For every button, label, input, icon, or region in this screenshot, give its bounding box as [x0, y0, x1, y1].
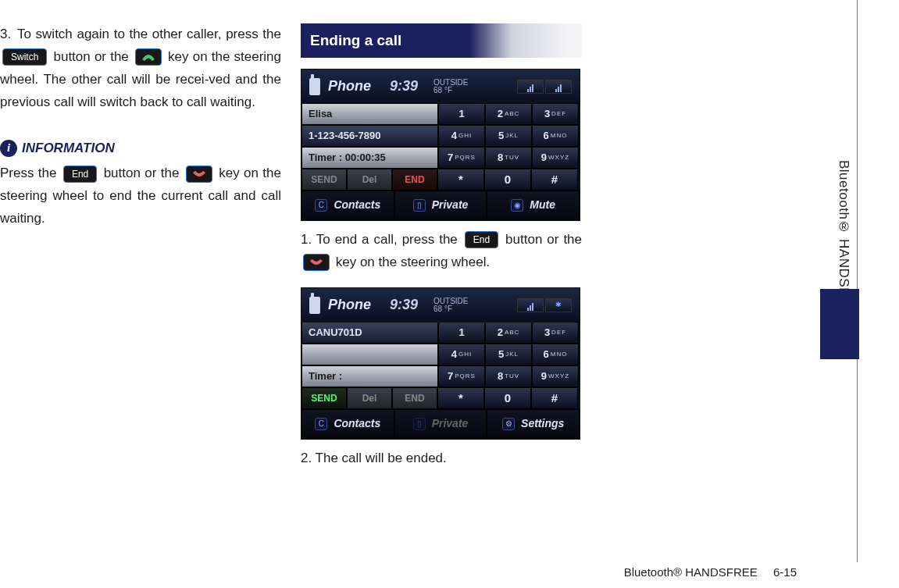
tab-settings[interactable]: ⚙Settings	[487, 409, 580, 439]
end-button[interactable]: End	[465, 231, 498, 248]
send-button[interactable]: SEND	[301, 387, 347, 409]
phone-keypad-area: Elisa 1 2ABC 3DEF 1-123-456-7890 4GHI 5J…	[301, 103, 580, 169]
keypad-3[interactable]: 3DEF	[532, 322, 579, 344]
tab-contacts[interactable]: CContacts	[301, 191, 394, 220]
tab-mute[interactable]: ◉Mute	[487, 191, 580, 220]
information-title: INFORMATION	[22, 137, 115, 160]
tab-contacts[interactable]: CContacts	[301, 409, 394, 439]
tab-private[interactable]: ▯Private	[394, 191, 487, 220]
call-timer-empty: Timer :	[301, 365, 438, 387]
keypad-7[interactable]: 7PQRS	[438, 147, 485, 169]
keypad-8[interactable]: 8TUV	[485, 147, 532, 169]
keypad-star[interactable]: *	[437, 387, 484, 409]
phone-icon	[309, 297, 320, 314]
caller-number: 1-123-456-7890	[301, 125, 438, 147]
keypad-star[interactable]: *	[437, 169, 484, 191]
keypad-4[interactable]: 4GHI	[438, 125, 485, 147]
side-tab-border	[857, 0, 858, 562]
keypad-1[interactable]: 1	[438, 322, 485, 344]
phone-temp: OUTSIDE 68 °F	[433, 298, 468, 313]
signal-icon	[517, 80, 544, 94]
phone-titlebar: Phone 9:39 OUTSIDE 68 °F ✱	[301, 288, 580, 322]
keypad-1[interactable]: 1	[438, 103, 485, 125]
hangup-key-icon[interactable]	[186, 166, 212, 183]
send-button[interactable]: SEND	[301, 169, 347, 191]
signal-icons: ✱	[517, 298, 572, 312]
step-number: 1.	[301, 232, 312, 247]
contacts-icon: C	[315, 199, 327, 212]
keypad-7[interactable]: 7PQRS	[438, 365, 485, 387]
call-key-icon[interactable]	[135, 48, 162, 66]
keypad-5[interactable]: 5JKL	[485, 125, 532, 147]
signal-icon	[545, 80, 572, 94]
information-body: Press the End button or the key on the s…	[0, 162, 281, 230]
phone-time: 9:39	[390, 74, 418, 98]
end-button[interactable]: End	[63, 166, 97, 183]
footer-section: Bluetooth® HANDSFREE	[624, 565, 758, 579]
phone-titlebar: Phone 9:39 OUTSIDE 68 °F	[301, 69, 580, 103]
step1-text-a: To end a call, press the	[316, 232, 462, 247]
number-field	[301, 344, 438, 365]
private-icon: ▯	[413, 199, 426, 212]
keypad-6[interactable]: 6MNO	[532, 344, 579, 365]
caller-name: Elisa	[301, 103, 438, 125]
keypad-4[interactable]: 4GHI	[438, 344, 485, 365]
signal-icon	[517, 298, 544, 312]
keypad-2[interactable]: 2ABC	[485, 103, 532, 125]
phone-screenshot-idle: Phone 9:39 OUTSIDE 68 °F ✱	[301, 287, 580, 439]
keypad-0[interactable]: 0	[484, 387, 531, 409]
phone-time: 9:39	[390, 293, 418, 317]
tab-private-disabled: ▯Private	[394, 409, 487, 439]
phone-action-row: SEND Del END * 0 #	[301, 169, 580, 191]
info-text-b: button or the	[99, 166, 184, 180]
keypad-6[interactable]: 6MNO	[532, 125, 579, 147]
keypad-9[interactable]: 9WXYZ	[532, 365, 579, 387]
end-button[interactable]: END	[392, 169, 437, 191]
phone-keypad-area: CANU701D 1 2ABC 3DEF 4GHI 5JKL 6MNO Time…	[301, 322, 580, 387]
call-timer: Timer : 00:00:35	[301, 147, 438, 169]
switch-button[interactable]: Switch	[2, 48, 47, 66]
signal-icons	[517, 80, 572, 94]
hangup-key-icon[interactable]	[303, 254, 330, 271]
phone-action-row: SEND Del END * 0 #	[301, 387, 580, 409]
section-header: Ending a call	[301, 23, 582, 58]
keypad-0[interactable]: 0	[484, 169, 531, 191]
step-1: 1. To end a call, press the End button o…	[301, 229, 582, 274]
del-button[interactable]: Del	[347, 387, 392, 409]
footer-page-number: 6-15	[773, 565, 797, 579]
bt-icon: ✱	[545, 298, 572, 312]
phone-title: Phone	[328, 74, 371, 98]
keypad-2[interactable]: 2ABC	[485, 322, 532, 344]
phone-bottom-tabs: CContacts ▯Private ⚙Settings	[301, 409, 580, 439]
device-name: CANU701D	[301, 322, 438, 344]
step1-text-c: key on the steering wheel.	[332, 255, 490, 269]
keypad-3[interactable]: 3DEF	[532, 103, 579, 125]
step-number: 3.	[0, 23, 17, 46]
info-icon: i	[0, 140, 17, 157]
phone-screenshot-active-call: Phone 9:39 OUTSIDE 68 °F	[301, 69, 580, 220]
gear-icon: ⚙	[502, 418, 515, 430]
step-3: 3.To switch again to the other caller, p…	[0, 23, 281, 114]
info-text-a: Press the	[0, 166, 61, 180]
step3-text-b: button or the	[49, 49, 133, 64]
keypad-hash[interactable]: #	[531, 387, 578, 409]
del-button[interactable]: Del	[347, 169, 392, 191]
column-left: 3.To switch again to the other caller, p…	[0, 23, 281, 470]
private-icon: ▯	[413, 418, 426, 430]
step1-text-b: button or the	[501, 232, 582, 247]
step-2: 2. The call will be ended.	[301, 447, 582, 470]
side-tab-current-block	[820, 289, 859, 359]
phone-icon	[309, 78, 320, 95]
keypad-5[interactable]: 5JKL	[485, 344, 532, 365]
phone-bottom-tabs: CContacts ▯Private ◉Mute	[301, 191, 580, 220]
page-footer: Bluetooth® HANDSFREE 6-15	[624, 565, 797, 579]
keypad-hash[interactable]: #	[531, 169, 578, 191]
keypad-8[interactable]: 8TUV	[485, 365, 532, 387]
mute-icon: ◉	[511, 199, 523, 212]
phone-title: Phone	[328, 293, 371, 317]
end-button[interactable]: END	[392, 387, 437, 409]
step3-text-a: To switch again to the other caller, pre…	[17, 27, 281, 41]
information-header: i INFORMATION	[0, 137, 281, 160]
keypad-9[interactable]: 9WXYZ	[532, 147, 579, 169]
column-right: Ending a call Phone 9:39 OUTSIDE 68 °F	[301, 23, 582, 470]
